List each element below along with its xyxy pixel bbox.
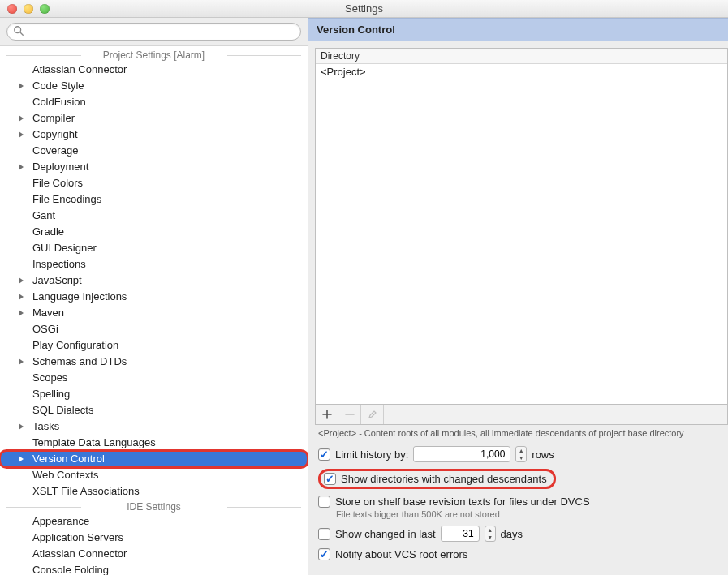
vcs-directory-table[interactable]: Directory <Project> xyxy=(315,48,728,405)
table-toolbar xyxy=(315,405,728,425)
section-ide-settings: IDE Settings xyxy=(0,500,308,513)
settings-tree[interactable]: Project Settings [Alarm] Atlassian Conne… xyxy=(0,46,308,575)
settings-item[interactable]: Scopes xyxy=(0,370,308,386)
settings-item[interactable]: Tasks xyxy=(0,418,308,435)
settings-item[interactable]: Language Injections xyxy=(0,289,308,305)
show-changed-input[interactable] xyxy=(441,526,480,542)
settings-item[interactable]: Version Control xyxy=(0,451,308,467)
settings-item[interactable]: Coverage xyxy=(0,143,308,159)
chevron-down-icon[interactable]: ▼ xyxy=(485,534,495,541)
edit-button[interactable] xyxy=(361,405,384,424)
show-directories-checkbox[interactable] xyxy=(324,473,336,485)
show-directories-highlight: Show directories with changed descendant… xyxy=(318,469,556,489)
settings-item[interactable]: Template Data Languages xyxy=(0,435,308,451)
chevron-down-icon[interactable]: ▼ xyxy=(516,454,526,461)
settings-item[interactable]: Code Style xyxy=(0,78,308,94)
store-shelf-checkbox[interactable] xyxy=(318,496,330,508)
settings-item[interactable]: XSLT File Associations xyxy=(0,483,308,500)
settings-item[interactable]: Application Servers xyxy=(0,530,308,546)
settings-item[interactable]: Appearance xyxy=(0,513,308,530)
settings-item[interactable]: Spelling xyxy=(0,386,308,402)
settings-item[interactable]: File Encodings xyxy=(0,191,308,208)
settings-item[interactable]: Atlassian Connector xyxy=(0,546,308,562)
notify-vcs-checkbox[interactable] xyxy=(318,548,330,560)
settings-item[interactable]: Schemas and DTDs xyxy=(0,354,308,370)
show-changed-label: Show changed in last xyxy=(335,528,436,540)
pencil-icon xyxy=(368,410,377,419)
settings-item[interactable]: File Colors xyxy=(0,175,308,191)
show-changed-stepper[interactable]: ▲▼ xyxy=(485,526,496,542)
settings-item[interactable]: Console Folding xyxy=(0,562,308,575)
remove-button[interactable] xyxy=(338,405,361,424)
limit-history-unit: rows xyxy=(532,448,554,461)
notify-vcs-label: Notify about VCS root errors xyxy=(335,548,467,560)
search-input[interactable] xyxy=(6,23,301,41)
table-row[interactable]: <Project> xyxy=(321,66,722,78)
settings-item[interactable]: Deployment xyxy=(0,159,308,175)
settings-item[interactable]: JavaScript xyxy=(0,272,308,289)
settings-item[interactable]: Gant xyxy=(0,208,308,224)
search-icon xyxy=(13,25,24,36)
settings-detail-panel: Version Control Directory <Project> <Pro… xyxy=(308,18,728,575)
svg-point-0 xyxy=(15,27,21,33)
minus-icon xyxy=(345,410,355,419)
settings-item[interactable]: Play Configuration xyxy=(0,337,308,354)
settings-item[interactable]: Gradle xyxy=(0,224,308,240)
store-shelf-hint: File texts bigger than 500K are not stor… xyxy=(315,509,728,519)
section-project-settings: Project Settings [Alarm] xyxy=(0,48,308,62)
show-changed-unit: days xyxy=(501,528,523,540)
panel-title: Version Control xyxy=(308,18,728,41)
settings-item[interactable]: SQL Dialects xyxy=(0,402,308,418)
settings-item[interactable]: ColdFusion xyxy=(0,94,308,110)
svg-line-1 xyxy=(20,32,23,35)
titlebar: Settings xyxy=(0,0,728,18)
limit-history-input[interactable] xyxy=(413,446,510,462)
settings-item[interactable]: Inspections xyxy=(0,256,308,272)
column-header-directory: Directory xyxy=(316,49,727,64)
settings-item[interactable]: Web Contexts xyxy=(0,467,308,483)
project-root-description: <Project> - Content roots of all modules… xyxy=(315,425,728,443)
settings-item[interactable]: OSGi xyxy=(0,321,308,337)
settings-item[interactable]: Compiler xyxy=(0,110,308,127)
plus-icon xyxy=(322,410,332,419)
settings-item[interactable]: Copyright xyxy=(0,127,308,143)
show-directories-label: Show directories with changed descendant… xyxy=(341,473,547,485)
limit-history-checkbox[interactable] xyxy=(318,448,330,461)
settings-item[interactable]: Atlassian Connector xyxy=(0,62,308,78)
show-changed-checkbox[interactable] xyxy=(318,528,330,540)
store-shelf-label: Store on shelf base revision texts for f… xyxy=(335,496,590,508)
add-button[interactable] xyxy=(316,405,338,424)
chevron-up-icon[interactable]: ▲ xyxy=(485,526,495,534)
limit-history-label: Limit history by: xyxy=(335,448,408,461)
window-title: Settings xyxy=(0,2,728,15)
settings-sidebar: Project Settings [Alarm] Atlassian Conne… xyxy=(0,18,308,575)
settings-item[interactable]: Maven xyxy=(0,305,308,321)
settings-item[interactable]: GUI Designer xyxy=(0,240,308,256)
chevron-up-icon[interactable]: ▲ xyxy=(516,447,526,454)
limit-history-stepper[interactable]: ▲▼ xyxy=(515,446,527,462)
